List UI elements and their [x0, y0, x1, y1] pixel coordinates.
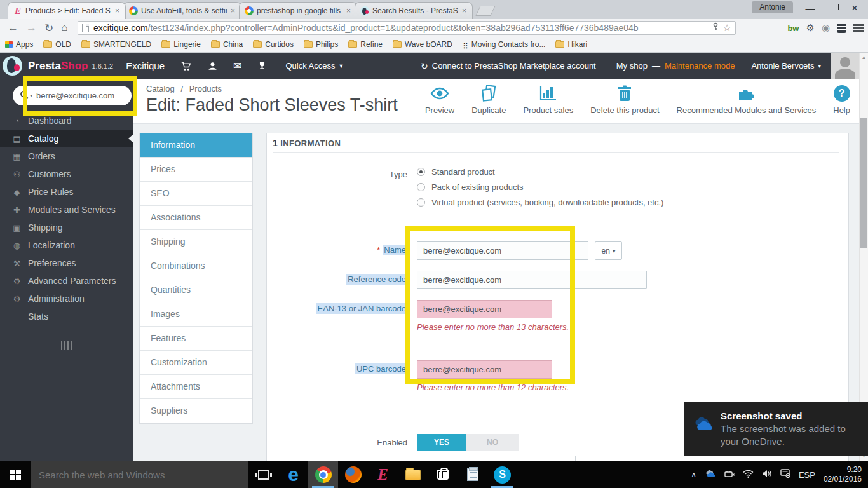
upc-input[interactable] [417, 360, 552, 379]
sidebar-item-orders[interactable]: ▦Orders [0, 147, 133, 165]
product-sales-button[interactable]: Product sales [523, 83, 573, 115]
bookmark-folder[interactable]: China [211, 40, 243, 49]
browser-profile-badge[interactable]: Antonie [752, 1, 793, 13]
toggle-no[interactable]: NO [466, 434, 519, 451]
radio-icon[interactable] [417, 183, 425, 191]
bookmark-folder[interactable]: Hikari [555, 40, 587, 49]
recommended-modules-button[interactable]: Recommended Modules and Services [677, 83, 817, 115]
sidebar-item-customers[interactable]: ⚇Customers [0, 165, 133, 183]
sidebar-search[interactable]: ▾ [13, 86, 132, 105]
key-icon[interactable] [712, 22, 719, 34]
tab-products-edit[interactable]: E Products > Edit: Faded Sho × [8, 2, 126, 19]
browser-scrollbar[interactable]: ▲ ▼ [859, 53, 868, 461]
bookmark-folder[interactable]: Lingerie [161, 40, 201, 49]
scrollbar-thumb[interactable] [860, 118, 867, 248]
maintenance-mode-link[interactable]: Maintenance mode [665, 61, 735, 71]
edge-button[interactable]: e [278, 461, 308, 488]
tray-chevron-up-icon[interactable]: ∧ [691, 470, 696, 479]
radio-icon[interactable] [417, 198, 425, 207]
notepad-button[interactable] [458, 461, 487, 488]
enabled-toggle[interactable]: YES NO [417, 434, 519, 451]
bookmark-moving-contacts[interactable]: ⣶Moving Contacts fro... [463, 40, 546, 49]
chrome-menu-icon[interactable] [853, 24, 864, 32]
address-bar[interactable]: excitique.com/test1234/index.php?control… [78, 21, 736, 35]
extension-dark-icon[interactable] [837, 24, 846, 33]
extension-gear-icon[interactable]: ⚙ [806, 22, 814, 34]
avatar[interactable] [831, 53, 859, 79]
reference-input[interactable] [417, 271, 647, 289]
back-icon[interactable]: ← [8, 22, 18, 34]
tab-seo[interactable]: SEO [140, 182, 252, 206]
reload-icon[interactable]: ↻ [44, 22, 53, 35]
my-shop-link[interactable]: My shop [616, 61, 648, 71]
tab-prices[interactable]: Prices [140, 158, 252, 182]
prestashop-app-button[interactable]: E [368, 461, 398, 488]
window-minimize-button[interactable]: — [801, 1, 820, 15]
radio-standard-product[interactable]: Standard product [417, 167, 495, 177]
tray-wifi-icon[interactable] [743, 469, 754, 480]
start-button[interactable] [0, 461, 31, 488]
bookmark-folder[interactable]: Wave bOARD [393, 40, 452, 49]
delete-product-button[interactable]: Delete this product [590, 83, 659, 115]
task-view-button[interactable] [248, 461, 278, 488]
home-icon[interactable]: ⌂ [61, 22, 67, 34]
windows-store-button[interactable] [428, 461, 458, 488]
extension-reel-icon[interactable]: ◉ [822, 22, 830, 34]
forward-icon[interactable]: → [26, 22, 37, 34]
file-explorer-button[interactable] [398, 461, 428, 488]
taskbar-search-input[interactable] [39, 470, 229, 480]
language-dropdown[interactable]: en▾ [595, 241, 622, 260]
tab-customization[interactable]: Customization [140, 351, 252, 375]
shop-name-link[interactable]: Excitique [126, 60, 165, 71]
extension-bw-icon[interactable]: bw [787, 24, 799, 33]
new-tab-button[interactable] [475, 6, 495, 16]
toggle-yes[interactable]: YES [417, 434, 466, 451]
tab-close-icon[interactable]: × [461, 6, 468, 15]
cart-icon[interactable] [180, 60, 192, 72]
window-restore-button[interactable] [824, 1, 843, 15]
name-input[interactable] [417, 241, 588, 260]
tab-associations[interactable]: Associations [140, 206, 252, 230]
tray-volume-icon[interactable] [762, 469, 772, 480]
tray-action-center-icon[interactable] [780, 469, 790, 480]
scroll-up-icon[interactable]: ▲ [860, 53, 868, 63]
sidebar-search-input[interactable] [36, 91, 119, 100]
tab-suppliers[interactable]: Suppliers [140, 399, 252, 423]
taskbar-search[interactable] [31, 461, 248, 488]
bookmark-folder[interactable]: Refine [348, 40, 383, 49]
sidebar-item-advanced-parameters[interactable]: ⚙Advanced Parameters [0, 272, 133, 290]
sidebar-item-shipping[interactable]: ▣Shipping [0, 219, 133, 236]
tab-search-results[interactable]: Search Results - PrestaSho × [355, 2, 473, 19]
tab-images[interactable]: Images [140, 302, 252, 327]
prestashop-logo-icon[interactable] [3, 56, 22, 76]
tab-combinations[interactable]: Combinations [140, 254, 252, 278]
radio-virtual-product[interactable]: Virtual product (services, booking, down… [417, 198, 663, 207]
trophy-icon[interactable] [257, 60, 268, 72]
breadcrumb-catalog[interactable]: Catalog [146, 84, 175, 93]
tray-onedrive-icon[interactable] [705, 469, 716, 480]
tray-power-icon[interactable] [724, 469, 735, 480]
tab-quantities[interactable]: Quantities [140, 278, 252, 302]
messages-icon[interactable]: ✉ [233, 60, 241, 72]
marketplace-link[interactable]: ↻ Connect to PrestaShop Marketplace acco… [421, 61, 596, 71]
tab-attachments[interactable]: Attachments [140, 375, 252, 399]
tab-shipping[interactable]: Shipping [140, 230, 252, 254]
skype-button[interactable]: S [487, 461, 517, 488]
bookmark-folder[interactable]: Philips [304, 40, 338, 49]
radio-icon[interactable] [417, 168, 425, 176]
tab-information[interactable]: Information [140, 133, 252, 158]
bookmark-star-icon[interactable]: ☆ [723, 22, 731, 34]
help-button[interactable]: ? Help [833, 83, 850, 115]
quick-access-menu[interactable]: Quick Access▼ [285, 61, 344, 71]
tab-close-icon[interactable]: × [345, 6, 352, 15]
search-type-caret-icon[interactable]: ▾ [30, 93, 32, 98]
tab-close-icon[interactable]: × [114, 6, 121, 15]
tab-close-icon[interactable]: × [229, 6, 236, 15]
bookmark-folder[interactable]: SMARTENGELD [81, 40, 151, 49]
customers-icon[interactable] [207, 60, 218, 72]
tab-features[interactable]: Features [140, 327, 252, 351]
preview-button[interactable]: Preview [425, 83, 454, 115]
firefox-button[interactable] [338, 461, 368, 488]
breadcrumb-products[interactable]: Products [189, 84, 222, 93]
user-menu[interactable]: Antonie Bervoets ▾ [751, 61, 821, 71]
